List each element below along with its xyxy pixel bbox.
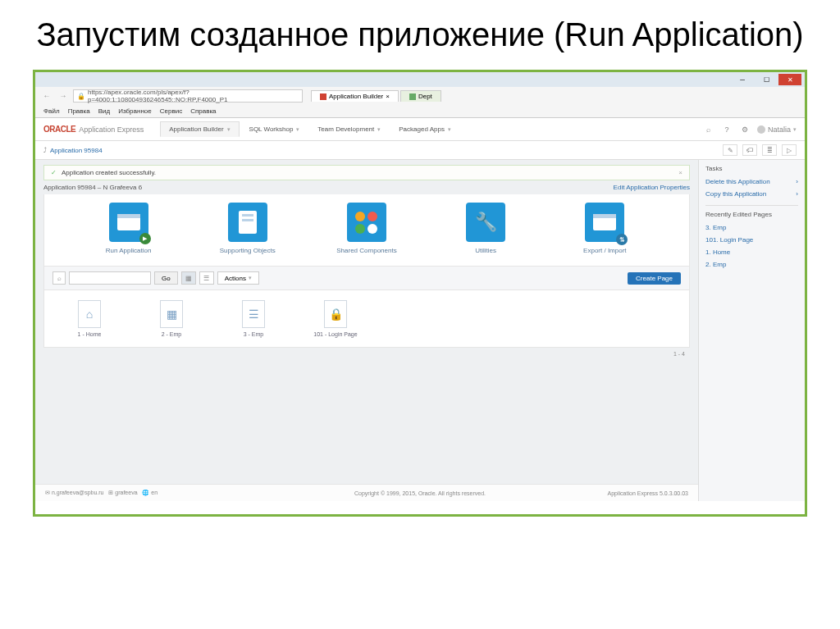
browser-menu: Файл Правка Вид Избранное Сервис Справка: [35, 105, 805, 117]
menu-help[interactable]: Справка: [190, 107, 216, 115]
utilities-icon: 🔧: [466, 203, 505, 242]
tab-label: Packaged Apps: [399, 125, 445, 133]
tiles-row: ▶ Run Application Supporting Objects Sha…: [43, 194, 690, 267]
sidebar-recent-2-emp[interactable]: 2. Emp: [705, 258, 798, 271]
tab-close-icon[interactable]: ×: [386, 93, 390, 100]
user-label: Natalia: [768, 125, 791, 134]
breadcrumb[interactable]: Application 95984: [50, 147, 103, 154]
grid-icon: ▦: [160, 300, 183, 328]
tile-export-import[interactable]: ⇅ Export / Import: [559, 203, 650, 254]
success-text: Application created successfully.: [62, 169, 156, 176]
chevron-right-icon: ›: [796, 178, 798, 185]
run-icon[interactable]: ▷: [782, 144, 797, 156]
screenshot-frame: ─ ☐ ✕ ← → 🔒 https://apex.oracle.com/pls/…: [33, 70, 807, 517]
avatar: [757, 125, 765, 134]
search-icon[interactable]: ⌕: [52, 271, 66, 285]
address-row: ← → 🔒 https://apex.oracle.com/pls/apex/f…: [35, 87, 805, 105]
footer: ✉ n.grafeeva@spbu.ru ⊞ grafeeva 🌐 en Cop…: [35, 484, 698, 501]
url-text: https://apex.oracle.com/pls/apex/f?p=400…: [88, 89, 299, 103]
sidebar-recent-101-login[interactable]: 101. Login Page: [705, 234, 798, 246]
tab-packaged-apps[interactable]: Packaged Apps▾: [390, 121, 459, 137]
tile-label: Supporting Objects: [220, 247, 276, 254]
tab-team-development[interactable]: Team Development▾: [309, 121, 389, 137]
app-header: Application 95984 – N Grafeeva 6 Edit Ap…: [35, 180, 698, 194]
tab-application-builder[interactable]: Application Builder▾: [160, 121, 239, 137]
help-icon[interactable]: ?: [721, 124, 733, 135]
menu-favorites[interactable]: Избранное: [118, 107, 152, 115]
settings-icon[interactable]: ⚙: [739, 124, 751, 135]
page-card-home[interactable]: ⌂ 1 - Home: [61, 300, 118, 337]
sidebar-recent-3-emp[interactable]: 3. Emp: [705, 221, 798, 234]
sidebar-link-copy-app[interactable]: Copy this Application›: [705, 188, 798, 200]
tab-icon: [409, 93, 416, 100]
success-message: ✓ Application created successfully. ×: [43, 165, 690, 180]
sidebar: Tasks Delete this Application› Copy this…: [698, 160, 805, 501]
toolbar: ⌕ Go ▦ ☰ Actions▾ Create Page: [43, 267, 690, 290]
search-input[interactable]: [69, 271, 151, 285]
tile-utilities[interactable]: 🔧 Utilities: [441, 203, 531, 254]
oracle-header: ORACLE Application Express Application B…: [35, 118, 805, 141]
chevron-down-icon: ▾: [296, 126, 299, 133]
group-icon[interactable]: ≣: [762, 144, 777, 156]
sidebar-link-delete-app[interactable]: Delete this Application›: [705, 175, 798, 188]
supporting-objects-icon: [228, 203, 267, 242]
window-controls: ─ ☐ ✕: [35, 72, 805, 87]
tab-icon: [320, 93, 326, 100]
view-grid-button[interactable]: ▦: [181, 271, 196, 285]
menu-view[interactable]: Вид: [98, 107, 110, 115]
back-button[interactable]: ←: [40, 89, 53, 103]
actions-dropdown[interactable]: Actions▾: [217, 271, 259, 285]
slide-title: Запустим созданное приложение (Run Appli…: [0, 0, 840, 62]
check-icon: ✓: [51, 169, 57, 176]
close-button[interactable]: ✕: [778, 74, 801, 85]
forward-button[interactable]: →: [57, 89, 70, 103]
browser-tab-label: Dept: [418, 93, 432, 100]
tab-label: Team Development: [317, 125, 374, 133]
shared-components-icon: [347, 203, 386, 242]
lock-icon: 🔒: [324, 300, 347, 328]
chevron-down-icon: ▾: [793, 126, 797, 133]
tile-label: Export / Import: [583, 247, 626, 254]
maximize-button[interactable]: ☐: [755, 74, 778, 85]
menu-file[interactable]: Файл: [43, 107, 60, 115]
app-content: ORACLE Application Express Application B…: [35, 118, 805, 501]
minimize-button[interactable]: ─: [731, 74, 754, 85]
page-label: 101 - Login Page: [313, 331, 357, 337]
browser-chrome: ─ ☐ ✕ ← → 🔒 https://apex.oracle.com/pls/…: [35, 72, 805, 118]
create-page-button[interactable]: Create Page: [628, 272, 681, 285]
view-list-button[interactable]: ☰: [199, 271, 214, 285]
footer-copyright: Copyright © 1999, 2015, Oracle. All righ…: [354, 490, 486, 496]
edit-application-properties-link[interactable]: Edit Application Properties: [614, 184, 690, 191]
pages-count: 1 - 4: [43, 349, 690, 358]
browser-tab-dept[interactable]: Dept: [400, 90, 441, 102]
dismiss-icon[interactable]: ×: [678, 169, 682, 176]
home-icon: ⌂: [78, 300, 101, 328]
tab-sql-workshop[interactable]: SQL Workshop▾: [241, 121, 308, 137]
browser-tabs: Application Builder × Dept: [311, 90, 443, 102]
footer-version: Application Express 5.0.3.00.03: [608, 490, 688, 496]
edit-icon[interactable]: ✎: [723, 144, 737, 156]
actions-label: Actions: [225, 275, 246, 282]
browser-tab-app-builder[interactable]: Application Builder ×: [311, 90, 399, 102]
tile-supporting-objects[interactable]: Supporting Objects: [203, 203, 293, 254]
up-icon[interactable]: ⤴: [43, 147, 47, 154]
url-bar[interactable]: 🔒 https://apex.oracle.com/pls/apex/f?p=4…: [73, 89, 303, 103]
page-card-login[interactable]: 🔒 101 - Login Page: [307, 300, 364, 337]
search-icon[interactable]: ⌕: [703, 124, 714, 135]
page-card-emp-3[interactable]: ☰ 3 - Emp: [225, 300, 282, 337]
menu-edit[interactable]: Правка: [68, 107, 90, 115]
sidebar-recent-1-home[interactable]: 1. Home: [705, 246, 798, 258]
tile-shared-components[interactable]: Shared Components: [322, 203, 412, 254]
page-card-emp-2[interactable]: ▦ 2 - Emp: [143, 300, 200, 337]
sidebar-recent-title: Recently Edited Pages: [705, 211, 798, 218]
header-right: ⌕ ? ⚙ Natalia▾: [703, 124, 797, 135]
go-button[interactable]: Go: [154, 271, 178, 285]
page-label: 3 - Emp: [244, 331, 264, 337]
user-menu[interactable]: Natalia▾: [757, 125, 797, 134]
pages-row: ⌂ 1 - Home ▦ 2 - Emp ☰ 3 - Emp 🔒 101 - L…: [43, 290, 690, 348]
menu-tools[interactable]: Сервис: [160, 107, 182, 115]
main-column: ✓ Application created successfully. × Ap…: [35, 160, 698, 501]
page-label: 1 - Home: [78, 331, 102, 337]
tag-icon[interactable]: 🏷: [742, 144, 757, 156]
tile-run-application[interactable]: ▶ Run Application: [84, 203, 174, 254]
